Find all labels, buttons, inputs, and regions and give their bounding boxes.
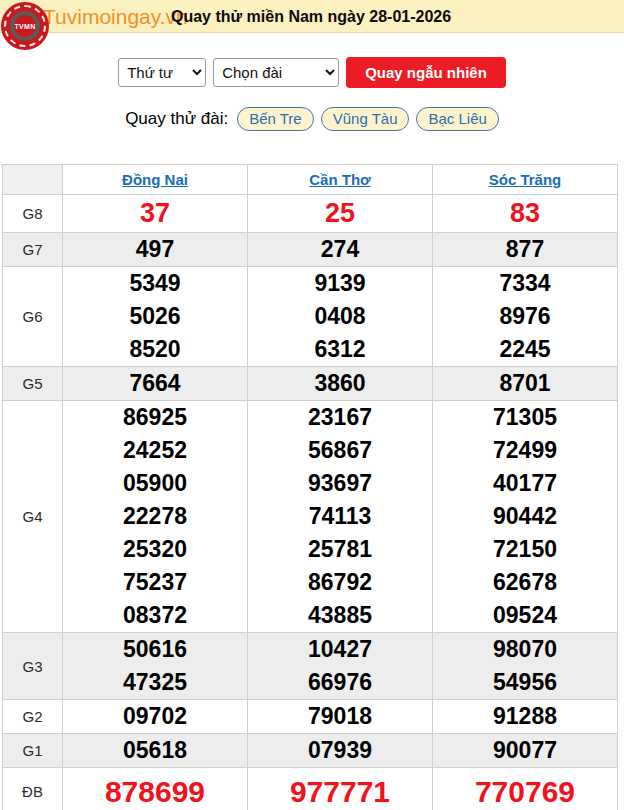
- result-cell: 878699: [63, 768, 248, 810]
- result-number: 86792: [248, 566, 432, 599]
- result-cell: 733489762245: [433, 267, 618, 367]
- results-header-corner: [3, 165, 63, 195]
- result-cell: 37: [63, 195, 248, 233]
- prize-row-G2: G2097027901891288: [3, 700, 618, 734]
- header-band: TVMN Tuvimoingay.vn Quay thử miền Nam ng…: [0, 0, 624, 33]
- prize-label: G7: [3, 233, 63, 267]
- site-logo[interactable]: TVMN: [1, 2, 49, 50]
- logo-monogram: TVMN: [14, 15, 36, 37]
- result-number: 71305: [433, 401, 617, 434]
- result-number: 25781: [248, 533, 432, 566]
- result-number: 0408: [248, 300, 432, 333]
- result-number: 9139: [248, 267, 432, 300]
- result-number: 497: [63, 233, 247, 266]
- result-number: 47325: [63, 666, 247, 699]
- result-number: 74113: [248, 500, 432, 533]
- result-number: 877: [433, 233, 617, 266]
- result-number: 75237: [63, 566, 247, 599]
- controls-row: Thứ tư Chọn đài Quay ngẫu nhiên: [0, 57, 624, 88]
- result-number: 43885: [248, 599, 432, 632]
- result-number: 23167: [248, 401, 432, 434]
- result-number: 90442: [433, 500, 617, 533]
- prize-row-G6: G6534950268520913904086312733489762245: [3, 267, 618, 367]
- result-number: 8520: [63, 333, 247, 366]
- result-cell: 9807054956: [433, 633, 618, 700]
- dong-nai-link[interactable]: Đồng Nai: [122, 171, 188, 188]
- result-cell: 23167568679369774113257818679243885: [248, 401, 433, 633]
- station-pill-ben-tre[interactable]: Bến Tre: [237, 107, 314, 131]
- prize-label: G8: [3, 195, 63, 233]
- page-title: Quay thử miền Nam ngày 28-01-2026: [171, 0, 451, 33]
- column-header-soc-trang: Sóc Trăng: [433, 165, 618, 195]
- results-header-row: Đồng Nai Cần Thơ Sóc Trăng: [3, 165, 618, 195]
- result-number: 98070: [433, 633, 617, 666]
- prize-label: G5: [3, 367, 63, 401]
- result-cell: 977771: [248, 768, 433, 810]
- result-cell: 1042766976: [248, 633, 433, 700]
- result-number: 977771: [248, 768, 432, 810]
- random-spin-button[interactable]: Quay ngẫu nhiên: [346, 57, 506, 88]
- result-cell: 07939: [248, 734, 433, 768]
- result-cell: 7664: [63, 367, 248, 401]
- result-cell: 913904086312: [248, 267, 433, 367]
- result-number: 05900: [63, 467, 247, 500]
- result-number: 7334: [433, 267, 617, 300]
- station-pill-vung-tau[interactable]: Vũng Tàu: [321, 107, 410, 131]
- result-number: 24252: [63, 434, 247, 467]
- result-number: 37: [63, 195, 247, 232]
- result-number: 09524: [433, 599, 617, 632]
- result-number: 90077: [433, 734, 617, 767]
- site-name-link[interactable]: Tuvimoingay.vn: [43, 5, 188, 29]
- result-number: 25: [248, 195, 432, 232]
- result-cell: 25: [248, 195, 433, 233]
- result-number: 3860: [248, 367, 432, 400]
- result-number: 91288: [433, 700, 617, 733]
- soc-trang-link[interactable]: Sóc Trăng: [489, 171, 562, 188]
- result-cell: 05618: [63, 734, 248, 768]
- results-table: Đồng Nai Cần Thơ Sóc Trăng G8372583G7497…: [2, 164, 618, 810]
- result-number: 50616: [63, 633, 247, 666]
- result-cell: 497: [63, 233, 248, 267]
- result-cell: 90077: [433, 734, 618, 768]
- prize-label: G6: [3, 267, 63, 367]
- prize-row-G5: G5766438608701: [3, 367, 618, 401]
- prize-row-G4: G486925242520590022278253207523708372231…: [3, 401, 618, 633]
- can-tho-link[interactable]: Cần Thơ: [309, 171, 371, 188]
- station-select[interactable]: Chọn đài: [213, 58, 339, 87]
- result-number: 40177: [433, 467, 617, 500]
- column-header-dong-nai: Đồng Nai: [63, 165, 248, 195]
- result-cell: 5061647325: [63, 633, 248, 700]
- result-number: 66976: [248, 666, 432, 699]
- result-number: 72499: [433, 434, 617, 467]
- result-cell: 09702: [63, 700, 248, 734]
- result-number: 10427: [248, 633, 432, 666]
- trial-stations-label: Quay thử đài:: [125, 109, 228, 129]
- result-number: 25320: [63, 533, 247, 566]
- result-number: 8976: [433, 300, 617, 333]
- result-cell: 86925242520590022278253207523708372: [63, 401, 248, 633]
- result-number: 22278: [63, 500, 247, 533]
- result-number: 770769: [433, 768, 617, 810]
- prize-label: ĐB: [3, 768, 63, 810]
- prize-row-G8: G8372583: [3, 195, 618, 233]
- result-number: 6312: [248, 333, 432, 366]
- prize-label: G1: [3, 734, 63, 768]
- result-number: 86925: [63, 401, 247, 434]
- prize-row-G7: G7497274877: [3, 233, 618, 267]
- result-cell: 770769: [433, 768, 618, 810]
- prize-label: G4: [3, 401, 63, 633]
- result-number: 79018: [248, 700, 432, 733]
- result-number: 2245: [433, 333, 617, 366]
- results-body: G8372583G7497274877G65349502685209139040…: [3, 195, 618, 810]
- result-cell: 3860: [248, 367, 433, 401]
- result-number: 5026: [63, 300, 247, 333]
- result-number: 54956: [433, 666, 617, 699]
- result-cell: 274: [248, 233, 433, 267]
- result-number: 5349: [63, 267, 247, 300]
- result-number: 62678: [433, 566, 617, 599]
- day-select[interactable]: Thứ tư: [118, 58, 206, 87]
- result-number: 09702: [63, 700, 247, 733]
- result-cell: 83: [433, 195, 618, 233]
- prize-row-G3: G3506164732510427669769807054956: [3, 633, 618, 700]
- station-pill-bac-lieu[interactable]: Bạc Liêu: [416, 107, 498, 131]
